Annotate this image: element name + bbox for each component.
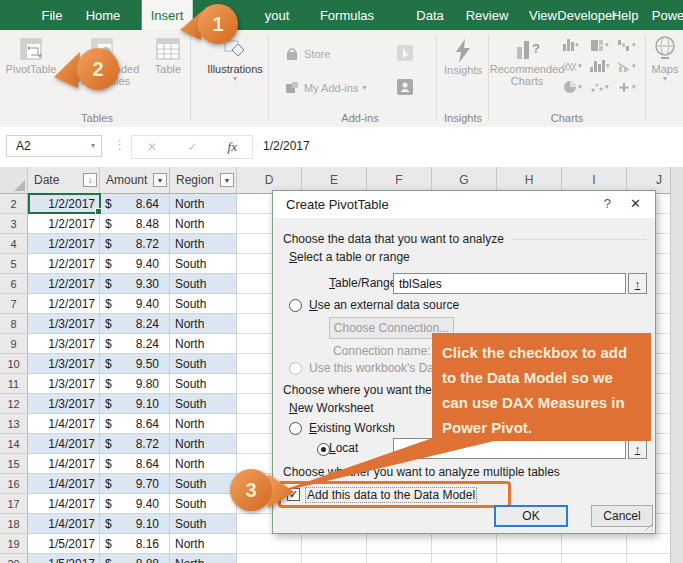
cell-empty[interactable]	[302, 534, 367, 554]
radio-new-worksheet[interactable]: New Worksheet	[289, 401, 373, 415]
cell-date[interactable]: 1/2/2017	[28, 274, 100, 294]
column-header-region[interactable]: Region ▾	[170, 167, 237, 193]
cell-region[interactable]: South	[170, 394, 237, 414]
cell-date[interactable]: 1/5/2017	[28, 534, 100, 554]
add-chart-button[interactable]: ▾	[617, 80, 643, 94]
name-box[interactable]: A2 ▾	[6, 135, 102, 157]
row-number[interactable]: 20	[0, 554, 28, 563]
cell-region[interactable]: North	[170, 534, 237, 554]
confirm-entry-icon[interactable]: ✓	[187, 140, 197, 154]
cell-amount[interactable]: $9.30	[100, 274, 170, 294]
table-range-input[interactable]: tblSales	[393, 273, 626, 294]
cell-empty[interactable]	[562, 554, 627, 563]
radio-external-source[interactable]: Use an external data source	[289, 298, 459, 312]
row-number[interactable]: 5	[0, 254, 28, 274]
cell-empty[interactable]	[432, 534, 497, 554]
cell-date[interactable]: 1/5/2017	[28, 554, 100, 563]
insert-function-icon[interactable]: fx	[228, 139, 237, 155]
select-all-corner[interactable]	[0, 167, 28, 193]
row-number[interactable]: 9	[0, 334, 28, 354]
column-header-amount[interactable]: Amount ▾	[100, 167, 170, 193]
name-box-caret-icon[interactable]: ▾	[91, 142, 95, 150]
cell-region[interactable]: North	[170, 334, 237, 354]
cell-region[interactable]: North	[170, 314, 237, 334]
tab-review[interactable]: Review	[457, 0, 518, 30]
radio-use-workbook-data-model[interactable]: Use this workbook's Da	[289, 361, 434, 375]
cell-amount[interactable]: $8.16	[100, 534, 170, 554]
tab-home[interactable]: Home	[77, 0, 130, 30]
tab-help[interactable]: Help	[603, 0, 648, 30]
cell-amount[interactable]: $9.40	[100, 254, 170, 274]
row-number[interactable]: 14	[0, 434, 28, 454]
cell-region[interactable]: North	[170, 214, 237, 234]
cell-date[interactable]: 1/2/2017	[28, 294, 100, 314]
insights-button[interactable]: Insights	[440, 38, 486, 76]
cell-region[interactable]: South	[170, 274, 237, 294]
column-header-date[interactable]: Date ↓	[28, 167, 100, 193]
refedit-collapse-icon[interactable]: ↑	[628, 438, 647, 459]
histogram-chart-button[interactable]: ▾	[590, 59, 617, 73]
cell-amount[interactable]: $9.40	[100, 494, 170, 514]
refedit-collapse-icon[interactable]: ↑	[628, 273, 647, 294]
cell-region[interactable]: North	[170, 234, 237, 254]
row-number[interactable]: 10	[0, 354, 28, 374]
cell-amount[interactable]: $8.24	[100, 314, 170, 334]
cell-region[interactable]: North	[170, 434, 237, 454]
cell-date[interactable]: 1/3/2017	[28, 354, 100, 374]
cell-date[interactable]: 1/2/2017	[28, 254, 100, 274]
cell-amount[interactable]: $8.48	[100, 214, 170, 234]
row-number[interactable]: 15	[0, 454, 28, 474]
row-number[interactable]: 2	[0, 194, 28, 214]
row-number[interactable]: 4	[0, 234, 28, 254]
cell-empty[interactable]	[562, 534, 627, 554]
cell-date[interactable]: 1/4/2017	[28, 514, 100, 534]
cell-region[interactable]: North	[170, 194, 237, 214]
bing-maps-addin-button[interactable]	[396, 44, 414, 62]
cell-date[interactable]: 1/4/2017	[28, 434, 100, 454]
cell-amount[interactable]: $8.88	[100, 554, 170, 563]
cell-amount[interactable]: $9.50	[100, 354, 170, 374]
amount-filter-icon[interactable]: ▾	[153, 173, 167, 187]
row-number[interactable]: 12	[0, 394, 28, 414]
cell-empty[interactable]	[237, 534, 302, 554]
row-number[interactable]: 13	[0, 414, 28, 434]
cell-date[interactable]: 1/2/2017	[28, 234, 100, 254]
cell-amount[interactable]: $8.64	[100, 194, 170, 214]
store-button[interactable]: Store	[284, 46, 330, 62]
line-chart-button[interactable]: ▾	[563, 59, 590, 73]
column-chart-button[interactable]: ▾	[563, 38, 590, 52]
cell-empty[interactable]	[367, 554, 432, 563]
cell-date[interactable]: 1/3/2017	[28, 314, 100, 334]
cell-region[interactable]: North	[170, 554, 237, 563]
cell-date[interactable]: 1/4/2017	[28, 494, 100, 514]
row-number[interactable]: 3	[0, 214, 28, 234]
row-number[interactable]: 7	[0, 294, 28, 314]
tab-powe[interactable]: Powe	[643, 0, 683, 30]
cell-amount[interactable]: $9.70	[100, 474, 170, 494]
cell-date[interactable]: 1/4/2017	[28, 454, 100, 474]
cancel-entry-icon[interactable]: ✕	[147, 140, 157, 154]
cancel-button[interactable]: Cancel	[591, 505, 653, 527]
row-number[interactable]: 6	[0, 274, 28, 294]
cell-date[interactable]: 1/3/2017	[28, 334, 100, 354]
date-sort-filter-icon[interactable]: ↓	[83, 173, 97, 187]
row-number[interactable]: 18	[0, 514, 28, 534]
cell-empty[interactable]	[497, 534, 562, 554]
cell-empty[interactable]	[302, 554, 367, 563]
tab-formulas[interactable]: Formulas	[311, 0, 383, 30]
combo-chart-button[interactable]: ▾	[617, 59, 643, 73]
cell-region[interactable]: South	[170, 374, 237, 394]
dialog-help-icon[interactable]: ?	[604, 196, 611, 211]
pie-chart-button[interactable]: ▾	[563, 80, 590, 94]
cell-empty[interactable]	[367, 534, 432, 554]
dialog-close-icon[interactable]: ✕	[630, 196, 641, 211]
row-number[interactable]: 16	[0, 474, 28, 494]
cell-amount[interactable]: $9.10	[100, 394, 170, 414]
vertical-scrollbar[interactable]	[670, 167, 683, 563]
cell-date[interactable]: 1/2/2017	[28, 214, 100, 234]
cell-amount[interactable]: $8.72	[100, 434, 170, 454]
row-number[interactable]: 17	[0, 494, 28, 514]
cell-amount[interactable]: $9.40	[100, 294, 170, 314]
people-graph-addin-button[interactable]	[396, 78, 414, 96]
cell-amount[interactable]: $8.24	[100, 334, 170, 354]
